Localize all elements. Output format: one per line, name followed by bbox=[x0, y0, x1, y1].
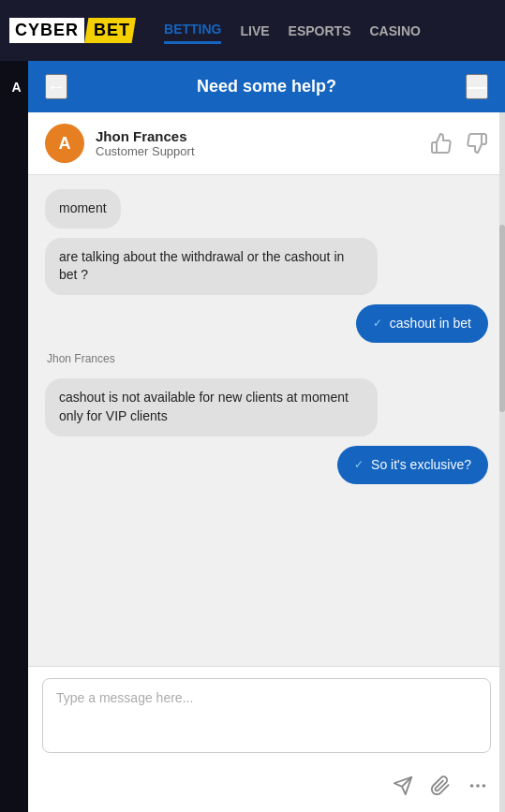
attach-button[interactable] bbox=[430, 775, 451, 801]
nav-betting[interactable]: BETTING bbox=[164, 17, 221, 44]
more-icon bbox=[468, 775, 488, 796]
bubble-outgoing-2: ✓ So it's exclusive? bbox=[337, 446, 488, 485]
agent-role: Customer Support bbox=[96, 144, 430, 158]
svg-point-2 bbox=[483, 784, 486, 788]
message-input[interactable] bbox=[42, 678, 491, 753]
thumbs-up-button[interactable] bbox=[430, 132, 453, 155]
agent-details: Jhon Frances Customer Support bbox=[96, 128, 430, 158]
bubble-incoming-3: cashout is not available for new clients… bbox=[45, 378, 378, 436]
chat-input-area bbox=[28, 666, 505, 768]
message-exclusive: ✓ So it's exclusive? bbox=[337, 446, 488, 485]
agent-actions bbox=[430, 132, 488, 155]
message-question: are talking about the withdrawal or the … bbox=[45, 238, 378, 295]
logo-bet: BET bbox=[84, 18, 136, 43]
chat-window: ← Need some help? — A Jhon Frances Custo… bbox=[28, 61, 505, 812]
outgoing-text-1: cashout in bet bbox=[390, 315, 471, 333]
thumbs-down-icon bbox=[466, 132, 488, 155]
chat-header: ← Need some help? — bbox=[28, 61, 505, 112]
message-vip: cashout is not available for new clients… bbox=[45, 378, 378, 436]
bubble-incoming-2: are talking about the withdrawal or the … bbox=[45, 238, 378, 295]
scrollbar[interactable] bbox=[499, 112, 505, 812]
back-button[interactable]: ← bbox=[45, 74, 67, 99]
top-navigation: CYBER BET BETTING LIVE ESPORTS CASINO bbox=[0, 0, 505, 61]
scroll-thumb bbox=[499, 225, 505, 412]
message-cashout-out: ✓ cashout in bet bbox=[356, 304, 488, 344]
check-mark-1: ✓ bbox=[373, 316, 382, 332]
chat-messages: moment are talking about the withdrawal … bbox=[28, 175, 505, 666]
chat-toolbar bbox=[28, 768, 505, 812]
nav-live[interactable]: LIVE bbox=[240, 19, 269, 43]
logo-cyber: CYBER bbox=[9, 18, 84, 43]
thumbs-up-icon bbox=[430, 132, 453, 155]
sender-label: Jhon Frances bbox=[47, 352, 488, 365]
check-mark-2: ✓ bbox=[354, 457, 364, 473]
nav-esports[interactable]: ESPORTS bbox=[289, 19, 351, 43]
agent-name: Jhon Frances bbox=[96, 128, 430, 144]
bubble-outgoing-1: ✓ cashout in bet bbox=[356, 304, 488, 344]
avatar: A bbox=[45, 124, 84, 163]
svg-point-0 bbox=[470, 784, 474, 788]
svg-point-1 bbox=[476, 784, 480, 788]
sidebar-letter: A bbox=[11, 80, 21, 95]
agent-info: A Jhon Frances Customer Support bbox=[28, 112, 505, 175]
outgoing-text-2: So it's exclusive? bbox=[371, 456, 471, 475]
attach-icon bbox=[430, 775, 451, 796]
send-icon bbox=[393, 775, 413, 796]
minimize-button[interactable]: — bbox=[466, 74, 488, 99]
bubble-incoming: moment bbox=[45, 189, 121, 229]
thumbs-down-button[interactable] bbox=[466, 132, 488, 155]
nav-casino[interactable]: CASINO bbox=[370, 19, 421, 43]
message-moment: moment bbox=[45, 189, 378, 229]
more-button[interactable] bbox=[468, 775, 488, 801]
send-button[interactable] bbox=[393, 775, 413, 801]
chat-title: Need some help? bbox=[197, 77, 336, 96]
nav-links: BETTING LIVE ESPORTS CASINO bbox=[164, 17, 421, 44]
logo: CYBER BET bbox=[9, 18, 136, 43]
